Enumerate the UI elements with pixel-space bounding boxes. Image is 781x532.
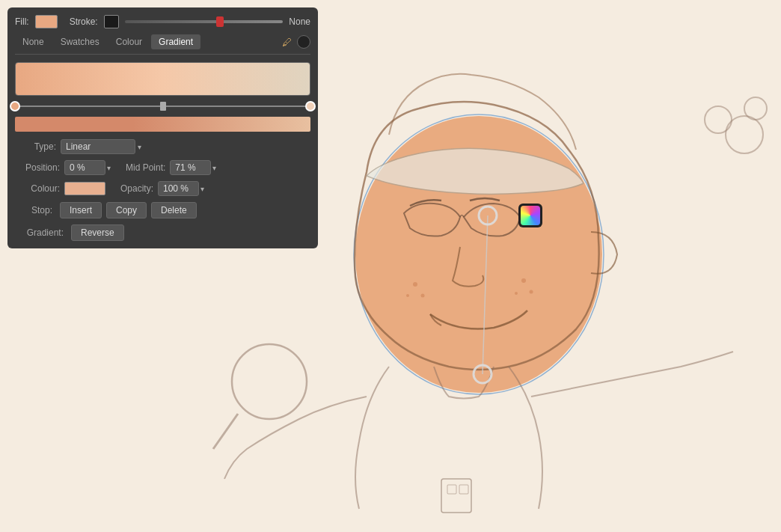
opacity-label: Opacity: [120,183,153,194]
gradient-stop-left[interactable] [10,101,20,111]
tab-colour[interactable]: Colour [108,34,150,49]
svg-point-3 [413,282,417,287]
dropper-icon-container[interactable]: 🖊 [280,35,293,49]
stroke-slider[interactable] [125,20,284,23]
stroke-label: Stroke: [70,16,98,27]
fill-stroke-row: Fill: Stroke: None [15,15,310,28]
midpoint-input[interactable] [170,160,211,175]
gradient-panel: Fill: Stroke: None None Swatches Colour … [7,7,318,248]
stroke-slider-thumb [216,16,224,27]
gradient-bar[interactable] [15,62,310,96]
tab-none[interactable]: None [15,34,52,49]
reverse-button[interactable]: Reverse [71,224,124,241]
stop-row: Stop: Insert Copy Delete [15,202,310,218]
midpoint-label: Mid Point: [126,162,165,173]
opacity-dropdown-arrow: ▾ [200,185,204,193]
tab-swatches[interactable]: Swatches [53,34,107,49]
colour-opacity-row: Colour: Opacity: ▾ [15,181,310,196]
fill-label: Fill: [15,16,29,27]
gradient-label: Gradient: [15,227,64,238]
dropper-circle[interactable] [297,35,310,49]
svg-point-4 [421,294,425,298]
svg-point-6 [521,278,526,283]
fill-color-swatch[interactable] [35,15,58,28]
tab-gradient[interactable]: Gradient [151,34,200,49]
svg-point-8 [515,292,518,295]
svg-point-7 [530,290,533,294]
delete-button[interactable]: Delete [151,202,197,218]
gradient-track[interactable] [15,106,310,107]
type-select[interactable]: Linear [61,139,135,154]
app-icon [518,204,542,227]
opacity-input[interactable] [158,181,199,196]
gradient-stop-right[interactable] [305,101,316,111]
type-label: Type: [15,141,56,152]
type-row: Type: Linear ▾ [15,139,310,154]
gradient-row: Gradient: Reverse [15,224,310,241]
stroke-slider-container [125,15,284,28]
stroke-none-label: None [289,16,310,27]
app-icon-logo [521,206,540,225]
svg-point-5 [406,294,409,297]
gradient-stop-mid[interactable] [160,102,166,111]
tabs-row: None Swatches Colour Gradient 🖊 [15,34,310,55]
gradient-stops-row [15,99,310,114]
copy-button[interactable]: Copy [106,202,147,218]
gradient-lower-preview [15,117,310,132]
position-midpoint-row: Position: ▾ Mid Point: ▾ [15,160,310,175]
position-input[interactable] [64,160,105,175]
midpoint-dropdown-arrow: ▾ [212,164,216,172]
stroke-color-swatch[interactable] [104,15,119,28]
stop-label: Stop: [15,205,52,215]
position-label: Position: [15,162,60,173]
position-dropdown-arrow: ▾ [107,164,111,172]
dropper-icon: 🖊 [282,37,292,48]
gradient-preview-container [15,62,310,132]
type-dropdown-arrow: ▾ [138,143,141,151]
insert-button[interactable]: Insert [60,202,102,218]
colour-label: Colour: [15,183,60,194]
colour-swatch[interactable] [64,182,105,195]
